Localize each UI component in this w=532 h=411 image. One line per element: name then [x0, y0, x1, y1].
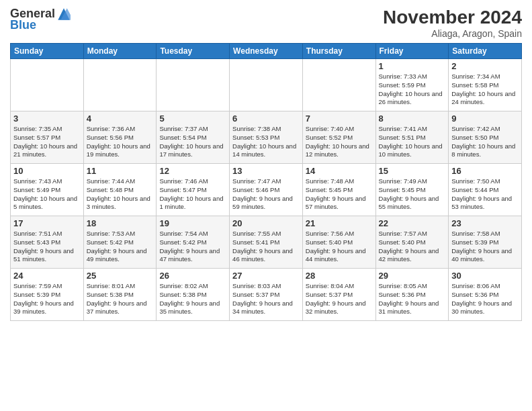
day-number: 9	[451, 113, 519, 124]
cell-info: Sunrise: 7:50 AM Sunset: 5:44 PM Dayligh…	[451, 177, 519, 212]
cell-info: Sunrise: 8:02 AM Sunset: 5:38 PM Dayligh…	[159, 282, 226, 316]
calendar-cell	[157, 59, 230, 111]
cell-info: Sunrise: 7:59 AM Sunset: 5:39 PM Dayligh…	[13, 282, 81, 316]
cell-info: Sunrise: 7:34 AM Sunset: 5:58 PM Dayligh…	[451, 73, 519, 107]
day-number: 8	[379, 113, 446, 124]
calendar-cell: 3Sunrise: 7:35 AM Sunset: 5:57 PM Daylig…	[11, 111, 84, 164]
day-number: 6	[232, 113, 300, 124]
day-number: 26	[159, 271, 226, 281]
weekday-header-sunday: Sunday	[11, 44, 84, 59]
calendar-cell: 2Sunrise: 7:34 AM Sunset: 5:58 PM Daylig…	[449, 59, 522, 111]
calendar-cell: 18Sunrise: 7:53 AM Sunset: 5:42 PM Dayli…	[83, 216, 157, 269]
calendar-cell: 6Sunrise: 7:38 AM Sunset: 5:53 PM Daylig…	[230, 111, 303, 164]
calendar-cell: 30Sunrise: 8:06 AM Sunset: 5:36 PM Dayli…	[449, 269, 522, 321]
day-number: 10	[13, 166, 81, 176]
day-number: 18	[87, 218, 154, 228]
calendar-cell: 22Sunrise: 7:57 AM Sunset: 5:40 PM Dayli…	[375, 216, 449, 269]
logo: General Blue	[10, 7, 71, 32]
weekday-header-wednesday: Wednesday	[230, 44, 303, 59]
weekday-header-monday: Monday	[83, 44, 157, 59]
cell-info: Sunrise: 7:53 AM Sunset: 5:42 PM Dayligh…	[87, 230, 154, 264]
calendar-cell: 23Sunrise: 7:58 AM Sunset: 5:39 PM Dayli…	[449, 216, 522, 269]
day-number: 13	[232, 166, 300, 176]
calendar-cell: 13Sunrise: 7:47 AM Sunset: 5:46 PM Dayli…	[230, 164, 303, 216]
calendar-cell	[11, 59, 84, 111]
day-number: 19	[159, 218, 226, 228]
calendar-cell: 4Sunrise: 7:36 AM Sunset: 5:56 PM Daylig…	[83, 111, 157, 164]
cell-info: Sunrise: 7:46 AM Sunset: 5:47 PM Dayligh…	[159, 177, 226, 212]
cell-info: Sunrise: 7:38 AM Sunset: 5:53 PM Dayligh…	[232, 125, 300, 159]
calendar-cell: 9Sunrise: 7:42 AM Sunset: 5:50 PM Daylig…	[449, 111, 522, 164]
calendar-cell: 14Sunrise: 7:48 AM Sunset: 5:45 PM Dayli…	[302, 164, 375, 216]
day-number: 27	[232, 271, 300, 281]
day-number: 12	[159, 166, 226, 176]
calendar-week-row: 10Sunrise: 7:43 AM Sunset: 5:49 PM Dayli…	[11, 164, 522, 216]
day-number: 1	[379, 61, 446, 71]
cell-info: Sunrise: 7:33 AM Sunset: 5:59 PM Dayligh…	[379, 73, 446, 107]
day-number: 17	[13, 218, 81, 228]
main-container: General Blue November 2024 Aliaga, Arago…	[0, 0, 532, 324]
cell-info: Sunrise: 8:01 AM Sunset: 5:38 PM Dayligh…	[87, 282, 154, 316]
location-title: Aliaga, Aragon, Spain	[383, 28, 522, 39]
day-number: 3	[13, 113, 81, 124]
day-number: 11	[87, 166, 154, 176]
calendar-week-row: 17Sunrise: 7:51 AM Sunset: 5:43 PM Dayli…	[11, 216, 522, 269]
weekday-header-saturday: Saturday	[449, 44, 522, 59]
cell-info: Sunrise: 7:41 AM Sunset: 5:51 PM Dayligh…	[379, 125, 446, 159]
logo-blue: Blue	[10, 18, 36, 32]
calendar-cell: 19Sunrise: 7:54 AM Sunset: 5:42 PM Dayli…	[157, 216, 230, 269]
title-block: November 2024 Aliaga, Aragon, Spain	[383, 7, 522, 39]
calendar-cell	[83, 59, 157, 111]
weekday-header-thursday: Thursday	[302, 44, 375, 59]
calendar-cell: 27Sunrise: 8:03 AM Sunset: 5:37 PM Dayli…	[230, 269, 303, 321]
calendar-cell: 26Sunrise: 8:02 AM Sunset: 5:38 PM Dayli…	[157, 269, 230, 321]
cell-info: Sunrise: 7:36 AM Sunset: 5:56 PM Dayligh…	[87, 125, 154, 159]
cell-info: Sunrise: 7:49 AM Sunset: 5:45 PM Dayligh…	[379, 177, 446, 212]
calendar-cell: 10Sunrise: 7:43 AM Sunset: 5:49 PM Dayli…	[11, 164, 84, 216]
calendar-cell: 11Sunrise: 7:44 AM Sunset: 5:48 PM Dayli…	[83, 164, 157, 216]
cell-info: Sunrise: 7:57 AM Sunset: 5:40 PM Dayligh…	[379, 230, 446, 264]
calendar-cell	[302, 59, 375, 111]
day-number: 22	[379, 218, 446, 228]
day-number: 24	[13, 271, 81, 281]
calendar-week-row: 3Sunrise: 7:35 AM Sunset: 5:57 PM Daylig…	[11, 111, 522, 164]
cell-info: Sunrise: 8:04 AM Sunset: 5:37 PM Dayligh…	[306, 282, 373, 316]
calendar-cell	[230, 59, 303, 111]
calendar-table: SundayMondayTuesdayWednesdayThursdayFrid…	[10, 43, 522, 321]
day-number: 29	[379, 271, 446, 281]
weekday-header-row: SundayMondayTuesdayWednesdayThursdayFrid…	[11, 44, 522, 59]
calendar-cell: 12Sunrise: 7:46 AM Sunset: 5:47 PM Dayli…	[157, 164, 230, 216]
cell-info: Sunrise: 7:51 AM Sunset: 5:43 PM Dayligh…	[13, 230, 81, 264]
day-number: 2	[451, 61, 519, 71]
header: General Blue November 2024 Aliaga, Arago…	[10, 7, 522, 39]
cell-info: Sunrise: 7:55 AM Sunset: 5:41 PM Dayligh…	[232, 230, 300, 264]
cell-info: Sunrise: 7:37 AM Sunset: 5:54 PM Dayligh…	[159, 125, 226, 159]
calendar-cell: 25Sunrise: 8:01 AM Sunset: 5:38 PM Dayli…	[83, 269, 157, 321]
calendar-cell: 7Sunrise: 7:40 AM Sunset: 5:52 PM Daylig…	[302, 111, 375, 164]
cell-info: Sunrise: 7:43 AM Sunset: 5:49 PM Dayligh…	[13, 177, 81, 212]
cell-info: Sunrise: 7:54 AM Sunset: 5:42 PM Dayligh…	[159, 230, 226, 264]
calendar-cell: 1Sunrise: 7:33 AM Sunset: 5:59 PM Daylig…	[375, 59, 449, 111]
month-title: November 2024	[383, 7, 522, 28]
calendar-cell: 20Sunrise: 7:55 AM Sunset: 5:41 PM Dayli…	[230, 216, 303, 269]
logo-icon	[57, 7, 71, 21]
calendar-week-row: 1Sunrise: 7:33 AM Sunset: 5:59 PM Daylig…	[11, 59, 522, 111]
cell-info: Sunrise: 8:05 AM Sunset: 5:36 PM Dayligh…	[379, 282, 446, 316]
day-number: 21	[306, 218, 373, 228]
day-number: 14	[306, 166, 373, 176]
calendar-cell: 8Sunrise: 7:41 AM Sunset: 5:51 PM Daylig…	[375, 111, 449, 164]
calendar-cell: 17Sunrise: 7:51 AM Sunset: 5:43 PM Dayli…	[11, 216, 84, 269]
cell-info: Sunrise: 7:44 AM Sunset: 5:48 PM Dayligh…	[87, 177, 154, 212]
day-number: 25	[87, 271, 154, 281]
day-number: 16	[451, 166, 519, 176]
calendar-cell: 28Sunrise: 8:04 AM Sunset: 5:37 PM Dayli…	[302, 269, 375, 321]
cell-info: Sunrise: 8:03 AM Sunset: 5:37 PM Dayligh…	[232, 282, 300, 316]
calendar-cell: 15Sunrise: 7:49 AM Sunset: 5:45 PM Dayli…	[375, 164, 449, 216]
calendar-cell: 24Sunrise: 7:59 AM Sunset: 5:39 PM Dayli…	[11, 269, 84, 321]
cell-info: Sunrise: 7:56 AM Sunset: 5:40 PM Dayligh…	[306, 230, 373, 264]
calendar-week-row: 24Sunrise: 7:59 AM Sunset: 5:39 PM Dayli…	[11, 269, 522, 321]
day-number: 30	[451, 271, 519, 281]
day-number: 7	[306, 113, 373, 124]
calendar-cell: 16Sunrise: 7:50 AM Sunset: 5:44 PM Dayli…	[449, 164, 522, 216]
cell-info: Sunrise: 7:35 AM Sunset: 5:57 PM Dayligh…	[13, 125, 81, 159]
